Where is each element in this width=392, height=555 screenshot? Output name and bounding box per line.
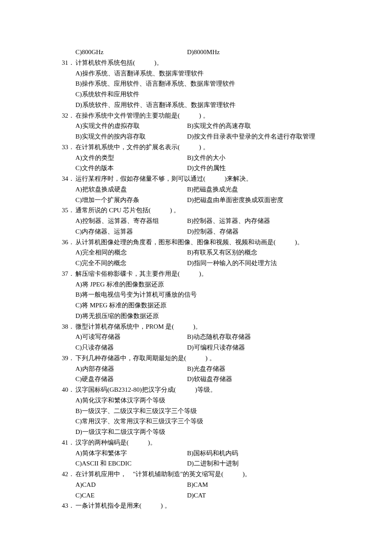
option: A)简化汉字和繁体汉字两个等级 xyxy=(75,395,337,406)
option: B)将一般电视信号变为计算机可播放的信号 xyxy=(75,289,337,300)
question: 31．计算机软件系统包括( )。A)操作系统、语言翻译系统、数据库管理软件B)操… xyxy=(62,58,337,110)
question: 35．通常所说的 CPU 芯片包括( ) 。A)控制器、运算器、寄存器组B)控制… xyxy=(62,205,337,237)
option-row: A)把软盘换成硬盘B)把磁盘换成光盘 xyxy=(75,184,337,195)
options-block: A)内部存储器B)光盘存储器C)硬盘存储器D)软磁盘存储器 xyxy=(62,364,337,385)
option: D)文件的属性 xyxy=(187,163,345,173)
option-row: C)CAED)CAT xyxy=(75,490,337,501)
option: C)系统软件和应用软件 xyxy=(75,89,337,100)
option: D)把磁盘由单面密度换成双面密度 xyxy=(187,195,345,205)
options-block: A)实现文件的虚拟存取B)实现文件的高速存取B)实现文件的按内容存取D)按文件目… xyxy=(62,121,337,142)
options-block: A)把软盘换成硬盘B)把磁盘换成光盘C)增加一个扩展内存条D)把磁盘由单面密度换… xyxy=(62,184,337,205)
options-block: A)CADB)CAMC)CAED)CAT xyxy=(62,480,337,501)
option: C)文件的版本 xyxy=(75,163,187,173)
option-row: C)内存储器、运算器D)控制器、存储器 xyxy=(75,226,337,237)
option: A)控制器、运算器、寄存器组 xyxy=(75,216,187,226)
question: 33．在计算机系统中，文件的扩展名表示( ) 。A)文件的类型B)文件的大小C)… xyxy=(62,142,337,173)
question-stem-row: 42．在计算机应用中， "计算机辅助制造"的英文缩写是( )。 xyxy=(62,469,337,480)
question-stem: 下列几种存储器中，存取周期最短的是( ) 。 xyxy=(75,353,337,364)
question-stem-row: 41．汉字的两种编码是( )。 xyxy=(62,437,337,448)
question-stem-row: 32．在操作系统中文件管理的主要功能是( ) 。 xyxy=(62,110,337,121)
question-stem-row: 33．在计算机系统中，文件的扩展名表示( ) 。 xyxy=(62,142,337,153)
question-stem: 在计算机应用中， "计算机辅助制造"的英文缩写是( )。 xyxy=(75,469,337,480)
question-number: 39． xyxy=(62,353,75,364)
question: 43．一条计算机指令是用来( ) 。 xyxy=(62,500,337,511)
question-stem: 微型计算机存储系统中，PROM 是( )。 xyxy=(75,321,337,332)
question-number: 36． xyxy=(62,237,75,248)
option: B)光盘存储器 xyxy=(187,364,345,374)
question-stem-row: 31．计算机软件系统包括( )。 xyxy=(62,58,337,68)
option: D)系统软件、应用软件、语言翻译系统、数据库管理软件 xyxy=(75,100,337,110)
question-stem: 一条计算机指令是用来( ) 。 xyxy=(75,500,337,511)
option: B)有联系又有区别的概念 xyxy=(187,247,345,258)
option-row: A)文件的类型B)文件的大小 xyxy=(75,153,337,163)
option: B)操作系统、应用软件、语言翻译系统、数据库管理软件 xyxy=(75,78,337,89)
question-number: 42． xyxy=(62,469,75,480)
question-number: 33． xyxy=(62,142,75,153)
question-stem: 汉字的两种编码是( )。 xyxy=(75,437,337,448)
option-row: A)控制器、运算器、寄存器组B)控制器、运算器、内存储器 xyxy=(75,216,337,226)
question: 41．汉字的两种编码是( )。A)简体字和繁体字B)国标码和机内码C)ASCII… xyxy=(62,437,337,469)
option: B)文件的大小 xyxy=(187,153,345,163)
option-d: D)8000MHz xyxy=(187,47,345,58)
option: C)增加一个扩展内存条 xyxy=(75,195,187,205)
option: B)把磁盘换成光盘 xyxy=(187,184,345,195)
question: 36．从计算机图像处理的角度看，图形和图像、图像和视频、视频和动画是( )。A)… xyxy=(62,237,337,269)
option: C)硬盘存储器 xyxy=(75,374,187,384)
option: D)按文件目录表中登录的文件名进行存取管理 xyxy=(187,131,345,142)
question-number: 34． xyxy=(62,173,75,184)
question: 32．在操作系统中文件管理的主要功能是( ) 。A)实现文件的虚拟存取B)实现文… xyxy=(62,110,337,142)
question-stem: 计算机软件系统包括( )。 xyxy=(75,58,337,68)
option-row: A)可读写存储器B)动态随机存取存储器 xyxy=(75,332,337,342)
option: B)实现文件的按内容存取 xyxy=(75,131,187,142)
question-number: 37． xyxy=(62,269,75,279)
option-row: C)增加一个扩展内存条D)把磁盘由单面密度换成双面密度 xyxy=(75,195,337,205)
question-number: 32． xyxy=(62,110,75,121)
option: D)指同一种输入的不同处理方法 xyxy=(187,258,345,269)
option: A)可读写存储器 xyxy=(75,332,187,342)
option-row: A)内部存储器B)光盘存储器 xyxy=(75,364,337,374)
question-stem-row: 39．下列几种存储器中，存取周期最短的是( ) 。 xyxy=(62,353,337,364)
question: 34．运行某程序时，假如存储量不够，则可以通过( )来解决。A)把软盘换成硬盘B… xyxy=(62,173,337,205)
question-stem: 通常所说的 CPU 芯片包括( ) 。 xyxy=(75,205,337,216)
option: B)国标码和机内码 xyxy=(187,448,345,459)
option: D)CAT xyxy=(187,490,345,501)
option: C)CAE xyxy=(75,490,187,501)
question-number: 38． xyxy=(62,321,75,332)
option-row: A)实现文件的虚拟存取B)实现文件的高速存取 xyxy=(75,121,337,131)
question-number: 43． xyxy=(62,500,75,511)
option: C)只读存储器 xyxy=(75,342,187,353)
questions-list: 31．计算机软件系统包括( )。A)操作系统、语言翻译系统、数据库管理软件B)操… xyxy=(62,58,337,511)
question-stem-row: 37．解压缩卡俗称影碟卡，其主要作用是( )。 xyxy=(62,269,337,279)
options-block: A)完全相同的概念B)有联系又有区别的概念C)完全不同的概念D)指同一种输入的不… xyxy=(62,247,337,269)
question: 39．下列几种存储器中，存取周期最短的是( ) 。A)内部存储器B)光盘存储器C… xyxy=(62,353,337,384)
options-block: A)将 JPEG 标准的图像数据还原B)将一般电视信号变为计算机可播放的信号C)… xyxy=(62,279,337,321)
question-stem-row: 43．一条计算机指令是用来( ) 。 xyxy=(62,500,337,511)
option: A)把软盘换成硬盘 xyxy=(75,184,187,195)
option: C)内存储器、运算器 xyxy=(75,226,187,237)
option: B)CAM xyxy=(187,480,345,490)
question: 37．解压缩卡俗称影碟卡，其主要作用是( )。A)将 JPEG 标准的图像数据还… xyxy=(62,269,337,321)
option-row: C)只读存储器D)可编程只读存储器 xyxy=(75,342,337,353)
option: C)常用汉字、次常用汉字和三级汉字三个等级 xyxy=(75,416,337,427)
option: A)将 JPEG 标准的图像数据还原 xyxy=(75,279,337,290)
question-number: 31． xyxy=(62,58,75,68)
question-stem: 解压缩卡俗称影碟卡，其主要作用是( )。 xyxy=(75,269,337,279)
options-block: A)控制器、运算器、寄存器组B)控制器、运算器、内存储器C)内存储器、运算器D)… xyxy=(62,216,337,237)
option-row: A)CADB)CAM xyxy=(75,480,337,490)
options-block: A)文件的类型B)文件的大小C)文件的版本D)文件的属性 xyxy=(62,153,337,174)
option-row: B)实现文件的按内容存取D)按文件目录表中登录的文件名进行存取管理 xyxy=(75,131,337,142)
question: 42．在计算机应用中， "计算机辅助制造"的英文缩写是( )。A)CADB)CA… xyxy=(62,469,337,500)
question-number: 41． xyxy=(62,437,75,448)
option: B)实现文件的高速存取 xyxy=(187,121,345,131)
option: D)将无损压缩的图像数据还原 xyxy=(75,311,337,321)
question-stem: 在计算机系统中，文件的扩展名表示( ) 。 xyxy=(75,142,337,153)
options-block: A)操作系统、语言翻译系统、数据库管理软件B)操作系统、应用软件、语言翻译系统、… xyxy=(62,68,337,110)
option-row: C)硬盘存储器D)软磁盘存储器 xyxy=(75,374,337,384)
option: A)实现文件的虚拟存取 xyxy=(75,121,187,131)
option: A)CAD xyxy=(75,480,187,490)
option: D)控制器、存储器 xyxy=(187,226,345,237)
option: D)软磁盘存储器 xyxy=(187,374,345,384)
option-c: C)800GHz xyxy=(75,47,187,58)
option-row: C)完全不同的概念D)指同一种输入的不同处理方法 xyxy=(75,258,337,269)
question-stem-row: 34．运行某程序时，假如存储量不够，则可以通过( )来解决。 xyxy=(62,173,337,184)
